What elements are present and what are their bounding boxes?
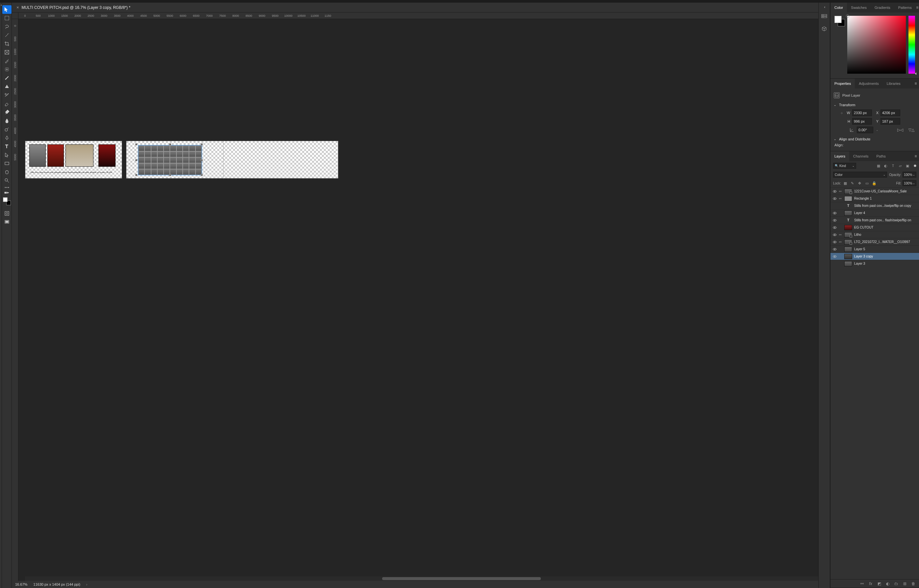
layer-row[interactable]: ⚯Rectangle 1 bbox=[830, 195, 919, 202]
brush-tool[interactable] bbox=[2, 74, 11, 82]
layer-thumbnail[interactable] bbox=[844, 232, 852, 237]
visibility-toggle-icon[interactable] bbox=[832, 204, 837, 208]
close-tab-icon[interactable]: × bbox=[16, 5, 19, 10]
visibility-toggle-icon[interactable] bbox=[832, 189, 837, 194]
filter-smart-icon[interactable]: ▣ bbox=[905, 163, 910, 168]
layer-thumbnail[interactable] bbox=[844, 196, 852, 201]
link-wh-icon[interactable]: ⟐ bbox=[840, 111, 844, 115]
flip-vertical-icon[interactable]: ▽△ bbox=[908, 128, 914, 132]
filter-adjustment-icon[interactable]: ◐ bbox=[883, 163, 888, 168]
tab-paths[interactable]: Paths bbox=[873, 151, 890, 161]
tab-swatches[interactable]: Swatches bbox=[847, 3, 870, 13]
layer-name[interactable]: Stills from past cov.../swipe/flip on co… bbox=[854, 204, 911, 207]
pen-tool[interactable] bbox=[2, 134, 11, 142]
width-input[interactable] bbox=[852, 110, 872, 116]
add-mask-icon[interactable]: ◩ bbox=[877, 582, 882, 586]
add-adjustment-icon[interactable]: ◐ bbox=[885, 582, 890, 586]
tab-gradients[interactable]: Gradients bbox=[870, 3, 894, 13]
quick-mask-toggle[interactable] bbox=[2, 209, 11, 218]
layer-row[interactable]: EG CUTOUT bbox=[830, 224, 919, 231]
marquee-tool[interactable] bbox=[2, 14, 11, 23]
layer-thumbnail[interactable] bbox=[844, 210, 852, 216]
angle-input[interactable] bbox=[857, 127, 873, 133]
visibility-toggle-icon[interactable] bbox=[832, 211, 837, 215]
lock-transparency-icon[interactable]: ▩ bbox=[843, 181, 848, 186]
hand-tool[interactable] bbox=[2, 168, 11, 176]
frame-tool[interactable] bbox=[2, 48, 11, 57]
layer-thumbnail[interactable]: T bbox=[844, 203, 852, 208]
tab-properties[interactable]: Properties bbox=[830, 79, 855, 89]
visibility-toggle-icon[interactable] bbox=[832, 262, 837, 266]
layer-thumbnail[interactable] bbox=[844, 225, 852, 230]
more-tools-icon[interactable] bbox=[2, 185, 11, 190]
layer-thumbnail[interactable] bbox=[844, 261, 852, 267]
layer-row[interactable]: TStills from past cov.../swipe/flip on c… bbox=[830, 202, 919, 209]
visibility-toggle-icon[interactable] bbox=[832, 247, 837, 252]
history-panel-icon[interactable] bbox=[820, 13, 828, 21]
color-fg-bg-swatch[interactable] bbox=[835, 16, 844, 75]
align-distribute-section-header[interactable]: ⌄ Align and Distribute bbox=[834, 136, 916, 142]
expand-left-panels-icon[interactable]: ›› bbox=[0, 3, 2, 8]
lock-position-icon[interactable]: ✥ bbox=[857, 181, 862, 186]
document-tab[interactable]: × MULTI COVER PITCH.psd @ 16.7% (Layer 3… bbox=[12, 3, 135, 12]
eyedropper-tool[interactable] bbox=[2, 57, 11, 65]
type-tool[interactable]: T bbox=[2, 142, 11, 150]
panel-menu-icon[interactable]: ≡ bbox=[913, 79, 919, 89]
dodge-tool[interactable] bbox=[2, 125, 11, 134]
zoom-tool[interactable] bbox=[2, 176, 11, 185]
transform-section-header[interactable]: ⌄ Transform bbox=[834, 102, 916, 108]
tab-patterns[interactable]: Patterns bbox=[894, 3, 916, 13]
clone-stamp-tool[interactable] bbox=[2, 82, 11, 91]
blur-tool[interactable] bbox=[2, 116, 11, 125]
scrollbar-thumb[interactable] bbox=[382, 577, 541, 580]
layer-row[interactable]: ⚯1221Cover-US_CarissaMoore_Sale bbox=[830, 187, 919, 195]
blend-mode-select[interactable]: Color⌄ bbox=[833, 172, 887, 178]
layer-row[interactable]: Layer 5 bbox=[830, 246, 919, 252]
tab-channels[interactable]: Channels bbox=[849, 151, 872, 161]
selected-layer-bounds[interactable] bbox=[138, 145, 202, 175]
path-select-tool[interactable] bbox=[2, 150, 11, 159]
horizontal-scrollbar[interactable] bbox=[25, 577, 818, 581]
visibility-toggle-icon[interactable] bbox=[832, 254, 837, 259]
visibility-toggle-icon[interactable] bbox=[832, 225, 837, 230]
zoom-level[interactable]: 16.67% bbox=[15, 582, 27, 586]
visibility-toggle-icon[interactable] bbox=[832, 233, 837, 237]
link-layers-icon[interactable]: ⚯ bbox=[860, 582, 864, 586]
visibility-toggle-icon[interactable] bbox=[832, 196, 837, 201]
delete-layer-icon[interactable]: 🗑 bbox=[911, 582, 916, 586]
color-picker-field[interactable] bbox=[847, 16, 906, 74]
3d-panel-icon[interactable] bbox=[820, 25, 828, 32]
edit-toolbar-icon[interactable] bbox=[2, 190, 11, 195]
screen-mode-toggle[interactable] bbox=[2, 218, 11, 226]
lock-image-icon[interactable]: ✎ bbox=[850, 181, 855, 186]
filter-shape-icon[interactable]: ▱ bbox=[898, 163, 903, 168]
panel-menu-icon[interactable]: ≡ bbox=[913, 151, 919, 161]
layer-thumbnail[interactable] bbox=[844, 254, 852, 259]
artboard-1[interactable]: Stills from past covers and spreads rapi… bbox=[25, 141, 122, 179]
tab-layers[interactable]: Layers bbox=[830, 151, 849, 161]
history-brush-tool[interactable] bbox=[2, 91, 11, 99]
crop-tool[interactable] bbox=[2, 39, 11, 48]
lasso-tool[interactable] bbox=[2, 23, 11, 31]
layer-name[interactable]: Layer 3 bbox=[854, 262, 865, 265]
horizontal-ruler[interactable]: 0500100015002000250030003500400045005000… bbox=[18, 13, 818, 19]
canvas[interactable]: Stills from past covers and spreads rapi… bbox=[18, 19, 818, 581]
collapse-dock-icon[interactable]: ‹‹ bbox=[824, 5, 825, 9]
artboard-2[interactable] bbox=[126, 141, 339, 179]
fill-input[interactable]: 100%⌄ bbox=[903, 180, 916, 186]
layer-name[interactable]: Layer 4 bbox=[854, 211, 865, 215]
flip-horizontal-icon[interactable]: ▷◁ bbox=[897, 128, 903, 132]
magic-wand-tool[interactable] bbox=[2, 31, 11, 39]
layer-name[interactable]: Layer 3 copy bbox=[854, 255, 873, 258]
rectangle-tool[interactable] bbox=[2, 159, 11, 168]
visibility-toggle-icon[interactable] bbox=[832, 240, 837, 244]
panel-menu-icon[interactable]: ≡ bbox=[916, 3, 919, 13]
filter-toggle[interactable] bbox=[914, 165, 916, 167]
layer-name[interactable]: Stills from past cov... flash/swipe/flip… bbox=[854, 218, 911, 222]
y-input[interactable] bbox=[880, 118, 900, 124]
tab-libraries[interactable]: Libraries bbox=[883, 79, 904, 89]
layer-thumbnail[interactable]: T bbox=[844, 218, 852, 223]
layer-name[interactable]: LTO_20210722_I...WATER__O1I3997 bbox=[854, 240, 910, 244]
lock-artboard-icon[interactable]: ▭ bbox=[865, 181, 869, 186]
hue-slider[interactable] bbox=[908, 16, 915, 74]
